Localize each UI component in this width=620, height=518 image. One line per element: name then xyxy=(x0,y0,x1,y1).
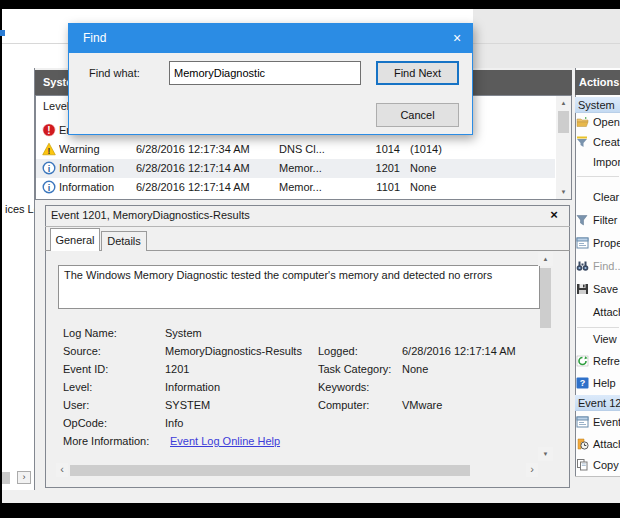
action-view[interactable]: View xyxy=(576,331,620,347)
field-value: System xyxy=(165,327,202,339)
event-row-information-selected[interactable]: i Information 6/28/2016 12:17:14 AM Memo… xyxy=(36,159,555,178)
cell-level: Information xyxy=(59,162,135,174)
warning-icon: ! xyxy=(42,142,56,156)
console-tree-panel xyxy=(2,68,35,490)
event-log-online-help-link[interactable]: Event Log Online Help xyxy=(170,435,280,447)
toolbar-icon-fragment xyxy=(0,30,5,36)
open-folder-icon xyxy=(576,116,589,128)
svg-text:!: ! xyxy=(48,146,51,156)
field-label: Log Name: xyxy=(63,327,163,339)
error-icon: ! xyxy=(42,123,56,137)
cell-task-category: None xyxy=(410,181,480,193)
cell-level: Information xyxy=(59,181,135,193)
details-scroll-thumb[interactable] xyxy=(540,268,551,328)
cell-event-id: 1014 xyxy=(352,143,400,155)
action-import-custom-view[interactable]: Import Custom View... xyxy=(576,154,620,170)
action-find[interactable]: Find... xyxy=(576,258,620,274)
refresh-icon xyxy=(576,355,589,367)
task-clock-icon xyxy=(576,438,589,450)
field-value: VMware xyxy=(402,399,442,411)
dialog-close-icon[interactable]: × xyxy=(442,24,472,53)
find-what-label: Find what: xyxy=(89,67,164,83)
actions-section-event[interactable]: Event 1201, MemoryDiagnostics-Results xyxy=(575,395,620,411)
field-label: Task Category: xyxy=(318,363,400,375)
event-row-information[interactable]: i Information 6/28/2016 12:17:14 AM Memo… xyxy=(36,178,555,197)
copy-icon xyxy=(576,459,589,471)
tab-details[interactable]: Details xyxy=(101,231,147,251)
field-value: Info xyxy=(165,417,183,429)
cell-source: DNS Cl... xyxy=(279,143,357,155)
details-close-icon[interactable]: × xyxy=(546,207,562,223)
help-icon: ? xyxy=(576,377,589,389)
find-dialog: Find × Find what: Find Next Cancel xyxy=(68,23,473,135)
find-what-input[interactable] xyxy=(169,61,361,85)
field-value: 6/28/2016 12:17:14 AM xyxy=(402,345,516,357)
event-row-warning[interactable]: ! Warning 6/28/2016 12:17:34 AM DNS Cl..… xyxy=(36,140,555,159)
tree-item-services-logs[interactable]: ices Lo xyxy=(5,203,34,216)
actions-section-system[interactable]: System xyxy=(575,97,620,113)
filter-icon xyxy=(576,214,589,226)
svg-text:i: i xyxy=(48,183,51,193)
details-pane-title: Event 1201, MemoryDiagnostics-Results xyxy=(51,209,471,223)
desktop-strip-top xyxy=(0,0,620,9)
action-help[interactable]: ?Help xyxy=(576,375,620,391)
action-event-properties[interactable]: Event Properties xyxy=(576,414,620,430)
toolbar-area-right xyxy=(473,9,620,68)
actions-separator xyxy=(577,327,619,328)
cancel-button[interactable]: Cancel xyxy=(376,103,459,127)
find-dialog-titlebar: Find xyxy=(69,24,472,53)
cell-source: Memor... xyxy=(279,181,357,193)
svg-text:!: ! xyxy=(47,125,50,136)
field-label: Event ID: xyxy=(63,363,163,375)
svg-text:?: ? xyxy=(580,378,586,388)
cell-datetime: 6/28/2016 12:17:34 AM xyxy=(136,143,278,155)
field-label: Source: xyxy=(63,345,163,357)
field-label: Level: xyxy=(63,381,163,393)
details-header-divider xyxy=(45,226,570,227)
details-hscroll-right-icon[interactable]: › xyxy=(526,463,538,477)
details-scroll-down-icon[interactable]: ▼ xyxy=(538,447,553,461)
event-message-box[interactable]: The Windows Memory Diagnostic tested the… xyxy=(58,265,540,309)
tree-hscroll-right-button[interactable]: › xyxy=(17,471,31,484)
action-open-saved-log[interactable]: Open Saved Log... xyxy=(576,114,620,130)
details-hscroll-left-icon[interactable]: ‹ xyxy=(56,463,68,477)
binoculars-icon xyxy=(576,260,589,272)
cell-event-id: 1201 xyxy=(352,162,400,174)
action-clear-log[interactable]: Clear Log... xyxy=(576,189,620,205)
cell-level: Warning xyxy=(59,143,135,155)
action-attach-task-to-event[interactable]: Attach Task To This Event... xyxy=(576,436,620,452)
field-label: User: xyxy=(63,399,163,411)
action-create-custom-view[interactable]: Create Custom View... xyxy=(576,134,620,150)
action-filter-current-log[interactable]: Filter Current Log... xyxy=(576,212,620,228)
action-attach-task-to-log[interactable]: Attach a Task To this Log... xyxy=(576,304,620,320)
tree-hscroll-thumb[interactable] xyxy=(2,472,10,484)
desktop-strip-bottom xyxy=(0,503,620,518)
field-value: 1201 xyxy=(165,363,189,375)
event-properties-icon xyxy=(576,416,589,428)
cell-datetime: 6/28/2016 12:17:14 AM xyxy=(136,181,278,193)
events-scroll-down-icon[interactable]: ▼ xyxy=(556,185,571,199)
details-scroll-up-icon[interactable]: ▲ xyxy=(538,252,553,266)
events-scroll-up-icon[interactable]: ▲ xyxy=(556,96,571,110)
action-refresh[interactable]: Refresh xyxy=(576,353,620,369)
tab-general[interactable]: General xyxy=(50,228,100,251)
action-properties[interactable]: Properties xyxy=(576,235,620,251)
field-label: More Information: xyxy=(63,435,168,447)
create-filter-icon xyxy=(576,136,589,148)
field-label: Logged: xyxy=(318,345,400,357)
events-scroll-thumb[interactable] xyxy=(558,111,569,133)
field-value: SYSTEM xyxy=(165,399,210,411)
action-copy[interactable]: Copy xyxy=(576,457,620,473)
action-save-all-events[interactable]: Save All Events As... xyxy=(576,281,620,297)
details-hscroll-thumb[interactable] xyxy=(70,465,470,476)
save-icon xyxy=(576,283,589,295)
cell-task-category: (1014) xyxy=(410,143,480,155)
information-icon: i xyxy=(42,161,56,175)
information-icon: i xyxy=(42,180,56,194)
find-next-button[interactable]: Find Next xyxy=(376,61,459,85)
actions-panel-bottom-border xyxy=(575,476,620,477)
actions-panel-title: Actions xyxy=(575,70,620,95)
cell-source: Memor... xyxy=(279,162,357,174)
field-value: None xyxy=(402,363,428,375)
field-label: Keywords: xyxy=(318,381,400,393)
